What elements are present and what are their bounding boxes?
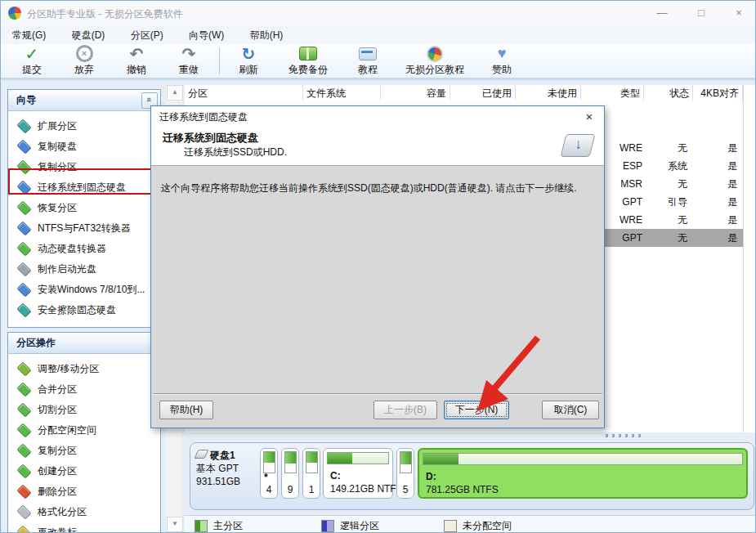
dialog-title-bar[interactable]: 迁移系统到固态硬盘 xyxy=(151,106,604,128)
sidebar-item-change-label[interactable]: 更改卷标 xyxy=(8,522,160,533)
col-partition[interactable]: 分区 xyxy=(185,85,303,101)
col-capacity[interactable]: 容量 xyxy=(381,85,450,101)
unallocated-swatch-icon xyxy=(444,520,457,532)
panel-splitter[interactable] xyxy=(185,432,756,438)
app-logo-icon xyxy=(8,7,21,20)
menu-help[interactable]: 帮助(H) xyxy=(239,25,295,43)
disk-icon xyxy=(16,443,31,458)
sidebar-item-split-partition[interactable]: 切割分区 xyxy=(8,400,160,420)
free-backup-button[interactable]: 免费备份 xyxy=(273,44,343,78)
operations-panel-header: 分区操作 xyxy=(8,333,160,354)
sidebar-item-extend-partition[interactable]: 扩展分区 xyxy=(8,116,160,137)
backup-icon xyxy=(299,47,317,60)
disk-icon xyxy=(16,200,31,215)
discard-button[interactable]: × 放弃 xyxy=(58,44,110,78)
partition-block-small-3[interactable]: 1 xyxy=(302,448,320,499)
undo-button[interactable]: ↶ 撤销 xyxy=(110,44,163,78)
legend-primary: 主分区 xyxy=(195,519,243,533)
sidebar-item-secure-erase-ssd[interactable]: 安全擦除固态硬盘 xyxy=(8,300,160,320)
scroll-up-icon[interactable]: ▲ xyxy=(167,85,183,101)
menu-general[interactable]: 常规(G) xyxy=(1,25,57,43)
disk-layout: 基本 GPT xyxy=(196,462,260,475)
partition-block-d-selected[interactable]: D: 781.25GB NTFS xyxy=(418,448,748,499)
refresh-button[interactable]: ↻ 刷新 xyxy=(224,44,273,78)
app-window: 分区助手专业版 - 无损分区免费软件 — □ × 常规(G) 硬盘(D) 分区(… xyxy=(0,0,756,533)
close-button[interactable]: × xyxy=(720,1,756,25)
partition-tutorial-icon xyxy=(427,46,443,62)
dialog-heading: 迁移系统到固态硬盘 xyxy=(163,131,258,146)
usage-gauge xyxy=(263,451,275,473)
disk-icon xyxy=(16,525,31,533)
sidebar-item-install-windows[interactable]: 安装Windows 7/8/10到... xyxy=(8,280,160,300)
disk-icon xyxy=(16,262,31,276)
cancel-button[interactable]: 取消(C) xyxy=(542,401,599,419)
menu-wizard[interactable]: 向导(W) xyxy=(177,25,235,43)
commit-check-icon: ✓ xyxy=(25,47,39,61)
disk-icon xyxy=(16,382,31,396)
dialog-close-icon[interactable]: × xyxy=(579,108,599,126)
col-type[interactable]: 类型 xyxy=(581,85,644,101)
usage-gauge xyxy=(400,451,412,473)
maximize-button[interactable]: □ xyxy=(682,1,720,25)
minimize-button[interactable]: — xyxy=(643,1,681,25)
legend-bar: 主分区 逻辑分区 未分配空间 xyxy=(185,515,756,533)
col-used[interactable]: 已使用 xyxy=(450,85,516,101)
menu-disk[interactable]: 硬盘(D) xyxy=(60,25,117,43)
disk1-info[interactable]: 硬盘1 基本 GPT 931.51GB xyxy=(196,449,260,488)
sidebar-item-make-boot-cd[interactable]: 制作启动光盘 xyxy=(8,259,160,280)
splitter-handle[interactable] xyxy=(606,434,645,437)
col-unused[interactable]: 未使用 xyxy=(516,85,581,101)
sidebar-item-copy-disk[interactable]: 复制硬盘 xyxy=(8,137,160,157)
col-4kb-align[interactable]: 4KB对齐 xyxy=(693,85,743,101)
sidebar-item-format-partition[interactable]: 格式化分区 xyxy=(8,502,160,522)
window-title: 分区助手专业版 - 无损分区免费软件 xyxy=(27,7,183,21)
disk-icon xyxy=(16,504,31,519)
toolbar-separator xyxy=(219,47,220,74)
usage-gauge xyxy=(327,452,389,464)
partition-block-small-2[interactable]: 9 xyxy=(281,448,299,499)
back-button: 上一步(B) xyxy=(374,401,437,419)
sidebar-item-merge-partition[interactable]: 合并分区 xyxy=(8,379,160,400)
scroll-down-icon[interactable]: ▼ xyxy=(167,517,183,532)
menu-partition[interactable]: 分区(P) xyxy=(119,25,175,43)
sidebar-item-resize-move-partition[interactable]: 调整/移动分区 xyxy=(8,359,160,379)
disk-icon xyxy=(16,139,31,154)
sidebar-item-allocate-free-space[interactable]: 分配空闲空间 xyxy=(8,420,160,441)
help-button[interactable]: 帮助(H) xyxy=(159,401,213,419)
sidebar-item-ntfs-fat32-converter[interactable]: NTFS与FAT32转换器 xyxy=(8,218,160,239)
disk-icon xyxy=(16,221,31,235)
migrate-disk-icon: ↓ xyxy=(561,134,596,157)
sidebar-item-dynamic-disk-converter[interactable]: 动态硬盘转换器 xyxy=(8,239,160,259)
next-button[interactable]: 下一步(N) xyxy=(444,401,509,419)
dialog-description: 这个向导程序将帮助您迁移当前操作系统到SSD(固态硬盘)或HDD(普通硬盘). … xyxy=(161,181,594,195)
disk-icon xyxy=(16,282,31,297)
partition-tutorial-button[interactable]: 无损分区教程 xyxy=(392,44,477,78)
donate-heart-icon: ♥ xyxy=(498,45,507,62)
dialog-header: 迁移系统到固态硬盘 迁移系统到SSD或HDD. ↓ xyxy=(151,128,604,166)
partition-block-small-1[interactable]: * 4 xyxy=(260,448,278,499)
sidebar-item-copy-partition-op[interactable]: 复制分区 xyxy=(8,441,160,461)
col-status[interactable]: 状态 xyxy=(644,85,693,101)
disk-icon xyxy=(16,302,31,317)
logical-partition-swatch-icon xyxy=(321,520,334,532)
disk-icon xyxy=(195,450,209,459)
sidebar-item-create-partition[interactable]: 创建分区 xyxy=(8,461,160,481)
usage-gauge xyxy=(284,451,297,473)
wizard-panel-header: 向导 « xyxy=(8,90,160,111)
sidebar-item-recover-partition[interactable]: 恢复分区 xyxy=(8,198,160,218)
disk-icon xyxy=(16,361,31,376)
partition-table-header: 分区 文件系统 容量 已使用 未使用 类型 状态 4KB对齐 xyxy=(185,85,756,101)
redo-button[interactable]: ↷ 重做 xyxy=(163,44,215,78)
menu-bar: 常规(G) 硬盘(D) 分区(P) 向导(W) 帮助(H) xyxy=(1,25,756,45)
sidebar-item-delete-partition[interactable]: 删除分区 xyxy=(8,481,160,502)
toolbar: ✓ 提交 × 放弃 ↶ 撤销 ↷ 重做 ↻ 刷新 免费备份 教程 xyxy=(1,44,756,80)
col-filesystem[interactable]: 文件系统 xyxy=(303,85,381,101)
tutorial-button[interactable]: 教程 xyxy=(343,44,392,78)
focus-ring xyxy=(446,403,507,417)
disk-icon xyxy=(16,484,31,499)
commit-button[interactable]: ✓ 提交 xyxy=(6,44,58,78)
partition-block-small-4[interactable]: 5 xyxy=(396,448,414,499)
donate-button[interactable]: ♥ 赞助 xyxy=(477,44,526,78)
table-divider xyxy=(743,85,744,435)
partition-block-c[interactable]: C: 149.21GB NTFS xyxy=(323,448,393,499)
